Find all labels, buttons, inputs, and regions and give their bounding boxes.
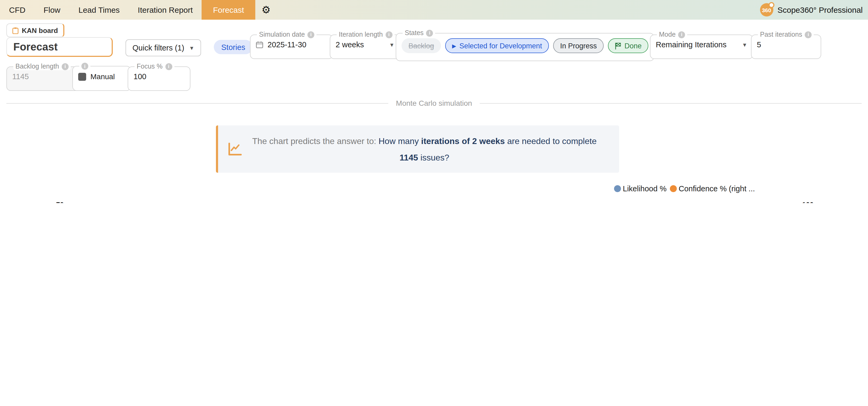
divider-line xyxy=(6,103,389,103)
app-window: CFD Flow Lead Times Iteration Report For… xyxy=(0,0,868,203)
focus-field: Focus %i xyxy=(128,63,190,91)
legend-label-confidence: Confidence % (right ... xyxy=(679,184,755,193)
brand: 360 Scope360° Professional xyxy=(760,0,863,20)
quick-filters-dropdown[interactable]: Quick filters (1) ▼ xyxy=(126,39,201,56)
chevron-down-icon: ▼ xyxy=(742,42,747,47)
section-divider-label: Monte Carlo simulation xyxy=(396,99,472,107)
simulation-date-value: 2025-11-30 xyxy=(268,40,306,49)
svg-text:70: 70 xyxy=(56,201,64,203)
brand-name: Scope360° Professional xyxy=(777,5,863,14)
question-part: How many xyxy=(378,136,421,145)
calendar-icon xyxy=(256,41,263,48)
state-label: Selected for Development xyxy=(459,42,542,50)
right-axis-ticks: 0102030405060708090100 xyxy=(797,201,813,203)
section-divider: Monte Carlo simulation xyxy=(6,99,862,107)
past-iterations-field: Past iterationsi xyxy=(751,31,821,59)
info-icon[interactable]: i xyxy=(805,31,812,38)
info-icon[interactable]: i xyxy=(307,31,314,38)
mode-field: Modei Remaining Iterations ▼ xyxy=(650,31,753,59)
iteration-length-select[interactable]: 2 weeks ▼ xyxy=(336,39,394,50)
page-title-text: Forecast xyxy=(13,41,58,53)
past-iterations-input[interactable] xyxy=(757,40,815,49)
nav-item-flow[interactable]: Flow xyxy=(35,0,69,20)
nav-item-forecast[interactable]: Forecast xyxy=(202,0,255,20)
question-part: are needed to complete xyxy=(505,136,596,145)
chevron-down-icon: ▼ xyxy=(389,42,395,47)
page-title: Forecast xyxy=(6,37,113,57)
question-bold: 1145 xyxy=(400,153,418,162)
state-label: In Progress xyxy=(560,42,597,50)
divider-line xyxy=(479,103,862,103)
stories-label: Stories xyxy=(221,43,245,51)
states-label: States xyxy=(405,29,424,37)
past-iterations-label: Past iterations xyxy=(760,31,802,38)
chevron-down-icon: ▼ xyxy=(189,45,194,51)
mode-select[interactable]: Remaining Iterations ▼ xyxy=(656,39,747,50)
info-icon[interactable]: i xyxy=(82,63,88,70)
backlog-length-field: Backlog lengthi xyxy=(6,63,80,91)
state-label: Done xyxy=(624,42,642,50)
nav-item-iteration-report[interactable]: Iteration Report xyxy=(129,0,202,20)
nav-item-lead-times[interactable]: Lead Times xyxy=(69,0,129,20)
chart-question-text: The chart predicts the answer to: How ma… xyxy=(251,133,619,166)
state-pill-in-progress[interactable]: In Progress xyxy=(553,38,604,53)
backlog-length-input xyxy=(12,72,74,81)
info-icon[interactable]: i xyxy=(678,31,685,38)
forecast-chart-svg: 0102030405060700102030405060708090100012… xyxy=(0,181,868,203)
iteration-length-value: 2 weeks xyxy=(336,40,364,49)
top-nav: CFD Flow Lead Times Iteration Report For… xyxy=(0,0,868,20)
simulation-date-input[interactable]: 2025-11-30 xyxy=(256,39,327,50)
info-icon[interactable]: i xyxy=(426,30,433,36)
quick-filters-label: Quick filters (1) xyxy=(132,43,184,52)
nav-item-cfd[interactable]: CFD xyxy=(0,0,35,20)
legend-label-likelihood: Likelihood % xyxy=(623,184,666,193)
state-pill-done[interactable]: Done xyxy=(608,38,649,53)
state-pill-selected-for-development[interactable]: ▶ Selected for Development xyxy=(445,38,549,53)
focus-label: Focus % xyxy=(137,63,162,70)
simulation-date-field: Simulation datei 2025-11-30 xyxy=(250,31,333,59)
question-bold: iterations of 2 weeks xyxy=(421,136,505,145)
scope360-logo-icon: 360 xyxy=(760,3,773,16)
finish-flag-icon xyxy=(615,42,621,49)
clipboard-icon xyxy=(12,27,19,34)
gear-icon[interactable]: ⚙ xyxy=(255,0,277,20)
iteration-length-label: Iteration length xyxy=(339,31,383,38)
play-icon: ▶ xyxy=(452,43,456,48)
monte-carlo-chart[interactable]: 0102030405060700102030405060708090100012… xyxy=(0,181,868,203)
question-part: issues? xyxy=(418,153,449,162)
stories-filter-pill[interactable]: Stories xyxy=(214,40,253,54)
mode-value: Remaining Iterations xyxy=(656,40,726,49)
chart-question-box: The chart predicts the answer to: How ma… xyxy=(216,126,619,173)
manual-checkbox[interactable] xyxy=(78,72,86,80)
manual-field: i Manual xyxy=(72,63,131,91)
state-pill-backlog[interactable]: Backlog xyxy=(402,38,441,53)
manual-label: Manual xyxy=(90,72,115,81)
line-chart-icon xyxy=(218,142,251,156)
state-label: Backlog xyxy=(408,42,434,50)
simulation-date-label: Simulation date xyxy=(259,31,305,38)
info-icon[interactable]: i xyxy=(62,63,69,70)
question-prefix: The chart predicts the answer to: xyxy=(252,136,379,145)
legend-dot-likelihood xyxy=(614,185,621,192)
board-tab-kan[interactable]: KAN board xyxy=(6,23,64,37)
chart-legend[interactable]: Likelihood %Confidence % (right ... xyxy=(614,184,755,193)
info-icon[interactable]: i xyxy=(385,31,392,38)
svg-text:100: 100 xyxy=(802,201,813,203)
mode-label: Mode xyxy=(659,31,676,38)
backlog-length-label: Backlog length xyxy=(16,63,59,70)
left-axis-ticks: 010203040506070 xyxy=(56,201,69,203)
iteration-length-field: Iteration lengthi 2 weeks ▼ xyxy=(330,31,400,59)
states-field: Statesi Backlog ▶ Selected for Developme… xyxy=(396,29,654,61)
board-tab-label: KAN board xyxy=(22,26,58,34)
info-icon[interactable]: i xyxy=(165,63,172,70)
legend-dot-confidence xyxy=(670,185,677,192)
focus-input[interactable] xyxy=(133,72,185,81)
